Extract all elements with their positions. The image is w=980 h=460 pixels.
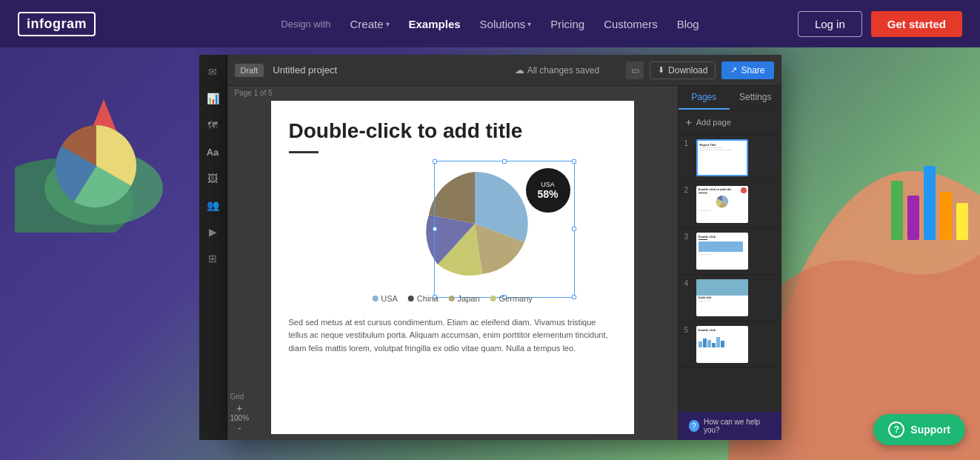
right-panel: Pages Settings + Add page 1 Report Title [678, 86, 781, 440]
monitor-icon[interactable]: ▭ [626, 61, 644, 79]
page-item-5[interactable]: 5 Double click [679, 321, 781, 368]
zoom-in-button[interactable]: + [232, 402, 247, 414]
chevron-down-icon: ▾ [527, 20, 531, 28]
support-label: Support [910, 424, 950, 436]
nav-customers[interactable]: Customers [596, 13, 665, 35]
page-thumb-3[interactable]: Double click Lorem ipsum dolor sit [696, 233, 748, 270]
tooltip-value: 58% [537, 188, 558, 200]
canvas-page[interactable]: Double-click to add title [271, 101, 634, 434]
tool-chart-icon[interactable]: 📊 [201, 87, 224, 110]
help-icon: ? [689, 420, 699, 432]
saved-status: ☁ All changes saved [515, 64, 599, 76]
legend-label-usa: USA [381, 294, 398, 303]
download-icon: ⬇ [658, 65, 664, 75]
login-button[interactable]: Log in [798, 11, 862, 37]
pie-chart-svg[interactable] [416, 164, 534, 283]
tool-map-icon[interactable]: 🗺 [201, 114, 224, 136]
page-thumb-2[interactable]: Double click to add title Lorem ipsum do… [696, 186, 748, 223]
handle-tl[interactable] [433, 159, 437, 164]
plus-icon: + [686, 116, 692, 128]
nav-blog[interactable]: Blog [670, 13, 707, 35]
handle-tr[interactable] [572, 159, 576, 164]
chart-tooltip: USA 58% [526, 168, 570, 213]
tab-pages[interactable]: Pages [679, 86, 730, 110]
legend-dot-japan [449, 296, 455, 301]
support-button[interactable]: ? Support [873, 414, 965, 445]
tab-settings[interactable]: Settings [730, 86, 781, 110]
page-label: Page 1 of 5 [235, 89, 273, 97]
legend-label-germany: Germany [499, 294, 533, 303]
add-page-label: Add page [696, 118, 731, 127]
legend-germany: Germany [490, 294, 533, 303]
legend-label-japan: Japan [458, 294, 480, 303]
logo[interactable]: infogram [18, 12, 96, 36]
page-thumb-5[interactable]: Double click [696, 326, 748, 363]
nav-links: Design with Create ▾ Examples Solutions … [273, 13, 706, 35]
canvas-area[interactable]: Page 1 of 5 Double-click to add title [227, 86, 678, 440]
page-item-1[interactable]: 1 Report Title Lorem ipsum dolor sit ame… [679, 135, 781, 181]
tool-grid-icon[interactable]: ⊞ [201, 247, 224, 270]
chart-area[interactable]: USA 58% [271, 161, 634, 309]
legend-japan: Japan [449, 294, 480, 303]
canvas-bottom-controls: Grid + 100% - [230, 393, 250, 434]
tool-text-icon[interactable]: Aa [201, 141, 224, 163]
zoom-percent: 100% [230, 414, 250, 422]
support-icon: ? [888, 421, 904, 438]
cloud-icon: ☁ [515, 64, 524, 76]
nav-actions: Log in Get started [798, 11, 962, 37]
tool-people-icon[interactable]: 👥 [201, 194, 224, 216]
page-number-3: 3 [684, 233, 692, 241]
zoom-out-button[interactable]: - [232, 422, 247, 434]
project-title[interactable]: Untitled project [273, 64, 337, 76]
tool-video-icon[interactable]: ▶ [201, 221, 224, 243]
title-underline [289, 151, 319, 153]
page-number-2: 2 [684, 186, 692, 194]
legend-dot-germany [490, 296, 496, 301]
pages-list: 1 Report Title Lorem ipsum dolor sit ame… [679, 135, 781, 412]
page-thumb-1[interactable]: Report Title Lorem ipsum dolor sit amet … [696, 139, 748, 176]
navbar: infogram Design with Create ▾ Examples S… [0, 0, 980, 47]
canvas-title[interactable]: Double-click to add title [271, 101, 634, 144]
add-page-button[interactable]: + Add page [679, 110, 781, 135]
page-item-2[interactable]: 2 Double click to add title [679, 181, 781, 228]
tool-image-icon[interactable]: 🖼 [201, 167, 224, 190]
left-tool-sidebar: ✉ 📊 🗺 Aa 🖼 👥 ▶ ⊞ [199, 55, 227, 440]
chevron-down-icon: ▾ [386, 20, 390, 28]
help-bar[interactable]: ? How can we help you? [679, 412, 781, 440]
tooltip-country: USA [541, 181, 555, 188]
handle-mr[interactable] [572, 227, 576, 231]
page-item-3[interactable]: 3 Double click Lorem ipsum dolor sit [679, 228, 781, 275]
tool-envelope-icon[interactable]: ✉ [201, 61, 224, 83]
draft-badge[interactable]: Draft [235, 64, 264, 77]
page-item-4[interactable]: 4 Double click Lorem ipsum dolor [679, 275, 781, 321]
legend-dot-china [408, 296, 414, 301]
share-icon: ↗ [730, 65, 737, 75]
editor-wrapper: ✉ 📊 🗺 Aa 🖼 👥 ▶ ⊞ Draft Untitled project … [0, 47, 980, 460]
editor: Draft Untitled project ☁ All changes sav… [227, 55, 781, 440]
legend-china: China [408, 294, 439, 303]
help-text: How can we help you? [704, 418, 771, 434]
handle-br[interactable] [572, 295, 576, 299]
nav-create[interactable]: Create ▾ [342, 13, 396, 35]
panel-tabs: Pages Settings [679, 86, 781, 110]
nav-pricing[interactable]: Pricing [543, 13, 592, 35]
download-button[interactable]: ⬇ Download [650, 61, 716, 79]
legend-label-china: China [417, 294, 439, 303]
editor-body: Page 1 of 5 Double-click to add title [227, 86, 781, 440]
zoom-controls: + 100% - [230, 402, 250, 434]
chart-legend: USA China Japan [372, 294, 533, 303]
nav-solutions[interactable]: Solutions ▾ [473, 13, 539, 35]
logo-text: infogram [18, 12, 96, 36]
page-thumb-4[interactable]: Double click Lorem ipsum dolor [696, 279, 748, 316]
page-number-1: 1 [684, 139, 692, 147]
get-started-button[interactable]: Get started [871, 11, 962, 37]
nav-examples[interactable]: Examples [401, 13, 468, 35]
share-button[interactable]: ↗ Share [721, 61, 773, 79]
grid-label: Grid [230, 393, 244, 401]
legend-usa: USA [372, 294, 398, 303]
page-number-5: 5 [684, 326, 692, 334]
handle-tc[interactable] [502, 159, 507, 164]
legend-dot-usa [372, 296, 378, 301]
page-number-4: 4 [684, 279, 692, 287]
editor-toolbar: Draft Untitled project ☁ All changes sav… [227, 55, 781, 86]
